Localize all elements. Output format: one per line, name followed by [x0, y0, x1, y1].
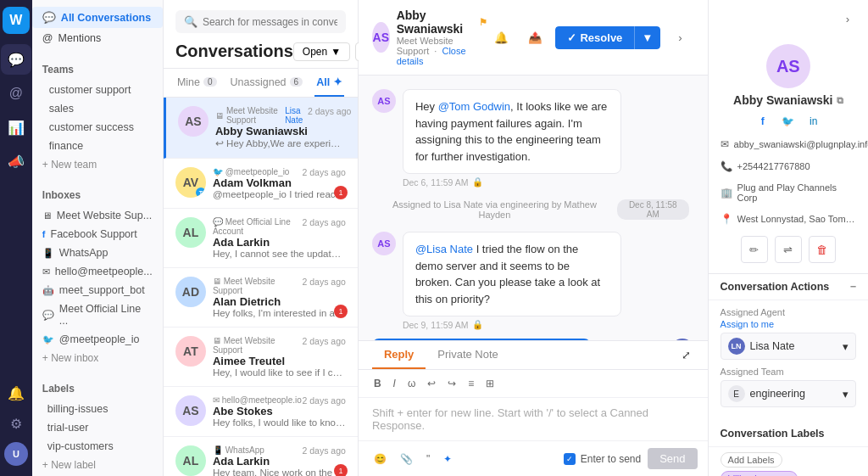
- italic-button[interactable]: I: [388, 375, 401, 392]
- inbox-bot[interactable]: 🤖 meet_support_bot: [32, 281, 163, 300]
- label-trial-user[interactable]: trial-user: [32, 418, 163, 437]
- attach-button[interactable]: 📎: [395, 451, 418, 468]
- emoji-picker-button[interactable]: 😊: [369, 451, 392, 468]
- new-team-button[interactable]: + New team: [32, 155, 163, 174]
- inbox-whatsapp[interactable]: 📱 WhatsApp: [32, 244, 163, 262]
- conv-info: ✉ hello@meetpeople.io Abe Stokes 2 days …: [213, 395, 346, 428]
- nav-user[interactable]: U: [1, 439, 31, 469]
- send-email-button[interactable]: 📤: [521, 24, 548, 51]
- chat-header: AS Abby Swaniawski ⚑ Meet Website Suppor…: [359, 0, 708, 76]
- twitter-profile-icon[interactable]: 🐦: [779, 112, 798, 131]
- conv-info: 💬 Meet Official Line Account Ada Larkin …: [213, 217, 346, 259]
- conv-item-abe[interactable]: AS ✉ hello@meetpeople.io Abe Stokes 2 da…: [164, 387, 358, 437]
- enter-to-send-toggle[interactable]: ✓ Enter to send: [564, 453, 641, 465]
- copy-icon[interactable]: ⧉: [837, 95, 843, 106]
- send-button[interactable]: Send: [648, 448, 697, 469]
- delete-contact-button[interactable]: 🗑: [809, 236, 836, 263]
- more-options-button[interactable]: ›: [667, 24, 694, 51]
- edit-contact-button[interactable]: ✏: [741, 236, 768, 263]
- tab-mine[interactable]: Mine 0: [175, 69, 219, 97]
- message-block: @Lisa Nate I tried the flow on the demo …: [403, 232, 694, 330]
- tab-private-note[interactable]: Private Note: [426, 341, 510, 369]
- assigned-agent-label: Assigned Agent: [721, 307, 856, 317]
- quote-button[interactable]: ": [421, 451, 435, 468]
- team-icon: E: [728, 385, 745, 402]
- undo-button[interactable]: ↩: [422, 375, 441, 392]
- nav-conversations[interactable]: 💬: [1, 44, 31, 75]
- reply-input-placeholder[interactable]: Shift + enter for new line. Start with '…: [359, 398, 708, 440]
- agent-select[interactable]: LN Lisa Nate ▾: [721, 333, 856, 360]
- message-bubble: @Lisa Nate I tried the flow on the demo …: [403, 232, 621, 316]
- team-select[interactable]: E engineering ▾: [721, 380, 856, 407]
- conv-item-adam[interactable]: AV T 🐦 @meetpeople_io Adam Volkman 2 day…: [164, 159, 358, 209]
- conv-source: 💬 Meet Official Line Account: [213, 217, 303, 236]
- nav-mentions[interactable]: @: [1, 78, 31, 109]
- avatar: AT: [175, 336, 206, 367]
- nav-settings[interactable]: ⚙: [1, 408, 31, 439]
- open-filter-btn[interactable]: Open ▼: [293, 42, 350, 61]
- reply-toolbar: B I ω ↩ ↪ ≡ ⊞: [359, 370, 708, 398]
- tab-unassigned[interactable]: Unassigned 6: [229, 69, 305, 97]
- inbox-meet-website[interactable]: 🖥 Meet Website Sup...: [32, 206, 163, 225]
- conv-item-alan[interactable]: AD 🖥 Meet Website Support Alan Dietrich …: [164, 268, 358, 328]
- chat-header-info: Abby Swaniawski ⚑ Meet Website Support ·…: [397, 8, 488, 66]
- add-labels-button[interactable]: Add Labels: [721, 452, 782, 468]
- team-customer-success[interactable]: customer success: [32, 118, 163, 137]
- conv-item-ada-official[interactable]: AL 💬 Meet Official Line Account Ada Lark…: [164, 209, 358, 268]
- assign-to-me-link[interactable]: Assign to me: [721, 319, 775, 329]
- inbox-meet-official[interactable]: 💬 Meet Official Line ...: [32, 300, 163, 330]
- message-meta: Dec 9, 11:59 AM 🔒: [403, 319, 694, 330]
- collapse-icon[interactable]: −: [850, 281, 856, 293]
- list-button[interactable]: ≡: [463, 375, 479, 392]
- icon-bar: W 💬 @ 📊 📣 🔔 ⚙ U: [0, 0, 32, 476]
- team-customer-support[interactable]: customer support: [32, 81, 163, 99]
- footer-icons: 😊 📎 " ✦: [369, 451, 457, 468]
- enter-to-send-checkbox[interactable]: ✓: [564, 453, 576, 465]
- inbox-facebook[interactable]: f Facebook Support: [32, 225, 163, 244]
- resolve-dropdown-button[interactable]: ▼: [634, 26, 659, 49]
- new-inbox-button[interactable]: + New inbox: [32, 349, 163, 367]
- nav-notifications[interactable]: 🔔: [1, 378, 31, 408]
- label-billing-issues[interactable]: billing-issues: [32, 400, 163, 418]
- conv-source: ✉ hello@meetpeople.io: [213, 395, 302, 405]
- sidebar-mentions[interactable]: @ Mentions: [32, 28, 163, 48]
- mute-button[interactable]: 🔔: [487, 24, 515, 51]
- sidebar-all-conversations[interactable]: 💬 All Conversations: [32, 7, 163, 28]
- resolve-button[interactable]: ✓ Resolve: [555, 26, 634, 49]
- conv-item-aimee[interactable]: AT 🖥 Meet Website Support Aimee Treutel …: [164, 328, 358, 387]
- conv-tabs: Mine 0 Unassigned 6 All ✦: [164, 69, 358, 98]
- app-logo[interactable]: W: [3, 7, 30, 34]
- inbox-hello[interactable]: ✉ hello@meetpeople...: [32, 262, 163, 281]
- contact-email-row: ✉ abby_swaniawski@plugnplay.info ⧉: [721, 136, 856, 153]
- tab-reply[interactable]: Reply: [372, 341, 426, 369]
- expand-icon[interactable]: ⤢: [678, 341, 694, 369]
- nav-reports[interactable]: 📊: [1, 112, 31, 143]
- tab-all[interactable]: All ✦: [314, 69, 344, 97]
- team-finance[interactable]: finance: [32, 137, 163, 155]
- conv-item-ada-wa[interactable]: AL 📱 WhatsApp Ada Larkin 2 days ago Hey …: [164, 437, 358, 476]
- table-button[interactable]: ⊞: [481, 375, 499, 392]
- labels-header: Labels: [32, 378, 163, 400]
- linkedin-profile-icon[interactable]: in: [804, 112, 823, 131]
- emoji-button[interactable]: ω: [403, 375, 420, 392]
- facebook-profile-icon[interactable]: f: [754, 112, 772, 131]
- agent-avatar: LN: [728, 338, 745, 355]
- label-vip-customers[interactable]: vip-customers: [32, 437, 163, 456]
- message-row: AS @Lisa Nate I tried the flow on the de…: [372, 232, 694, 330]
- search-bar[interactable]: 🔍: [175, 10, 346, 33]
- conv-list-header: 🔍 Conversations Open ▼ ☰: [164, 0, 358, 69]
- verified-icon: ⚑: [479, 17, 487, 28]
- ai-assist-button[interactable]: ✦: [438, 451, 457, 468]
- merge-contact-button[interactable]: ⇌: [775, 236, 802, 263]
- right-panel-chevron[interactable]: ›: [834, 5, 861, 32]
- search-input[interactable]: [203, 16, 337, 28]
- inbox-twitter[interactable]: 🐦 @meetpeople_io: [32, 330, 163, 349]
- unread-badge: 1: [334, 464, 348, 476]
- mentions-icon: @: [42, 32, 53, 44]
- redo-button[interactable]: ↪: [442, 375, 461, 392]
- nav-campaigns[interactable]: 📣: [1, 146, 31, 176]
- conv-item-abby[interactable]: AS 🖥 Meet Website Support Lisa Nate Abby…: [164, 98, 358, 159]
- new-label-button[interactable]: + New label: [32, 456, 163, 474]
- bold-button[interactable]: B: [369, 375, 387, 392]
- team-sales[interactable]: sales: [32, 99, 163, 118]
